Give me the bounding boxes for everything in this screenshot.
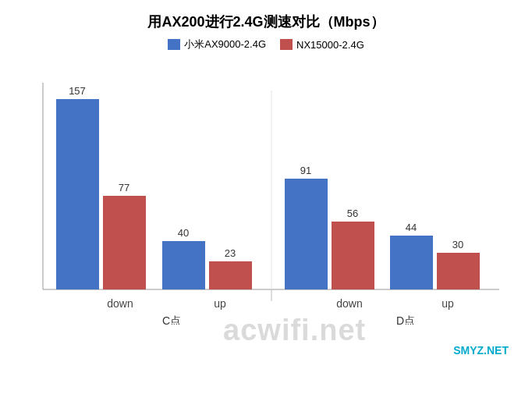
bar-g2-down-red <box>332 222 374 289</box>
section-label-d: D点 <box>396 314 415 325</box>
section-label-c: C点 <box>162 314 181 325</box>
label-g2-down-blue: 91 <box>300 165 311 176</box>
bar-g1-up-red <box>209 261 252 289</box>
label-g2-down-red: 56 <box>347 208 358 219</box>
label-g1-up-blue: 40 <box>178 227 189 239</box>
smyz-label: SMYZ.NET <box>453 344 509 357</box>
legend-color-red <box>280 39 293 50</box>
label-g1-up-red: 23 <box>225 247 236 259</box>
legend-item-blue: 小米AX9000-2.4G <box>168 37 266 51</box>
label-g2-up-blue: 44 <box>406 222 417 233</box>
legend-label-red: NX15000-2.4G <box>296 39 364 51</box>
bar-g1-up-blue <box>162 241 205 289</box>
legend: 小米AX9000-2.4G NX15000-2.4G <box>168 37 364 51</box>
bar-g1-down-blue <box>56 99 99 289</box>
label-g2-up-red: 30 <box>452 239 463 250</box>
xlabel-g1-up: up <box>214 297 226 310</box>
xlabel-g2-up: up <box>442 297 454 310</box>
chart-svg: 157 77 40 23 91 56 44 30 <box>0 59 532 325</box>
xlabel-g1-down: down <box>107 297 133 310</box>
bar-g2-down-blue <box>285 179 328 289</box>
legend-color-blue <box>168 39 180 50</box>
label-g1-down-blue: 157 <box>69 85 86 97</box>
label-g1-down-red: 77 <box>119 182 129 193</box>
bar-g2-up-blue <box>390 236 433 289</box>
bar-g1-down-red <box>103 196 146 289</box>
legend-item-red: NX15000-2.4G <box>280 39 364 51</box>
chart-title: 用AX200进行2.4G测速对比（Mbps） <box>147 12 384 31</box>
xlabel-g2-down: down <box>336 297 362 310</box>
bar-g2-up-red <box>437 253 480 289</box>
chart-container: 用AX200进行2.4G测速对比（Mbps） 小米AX9000-2.4G NX1… <box>0 0 532 394</box>
legend-label-blue: 小米AX9000-2.4G <box>184 37 266 51</box>
chart-svg-wrapper: 157 77 40 23 91 56 44 30 <box>0 59 532 328</box>
